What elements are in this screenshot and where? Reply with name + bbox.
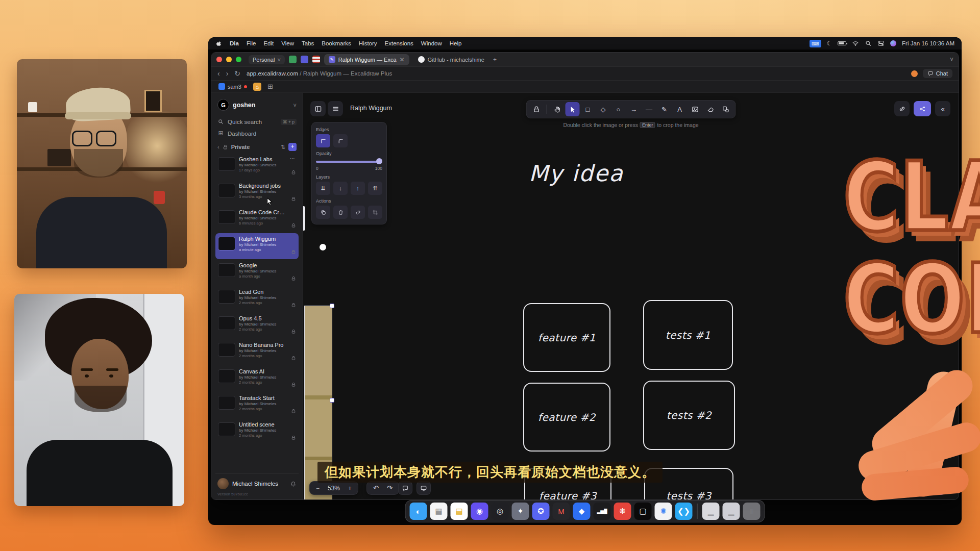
link-button[interactable] [351, 206, 365, 219]
scene-list-item[interactable]: Background jobs by Michael Shimeles 3 mo… [215, 180, 299, 206]
new-tab-button[interactable]: + [493, 56, 497, 63]
user-profile[interactable]: Michael Shimeles [215, 477, 299, 490]
scene-list-item[interactable]: Opus 4.5 by Michael Shimeles 2 months ag… [215, 313, 299, 339]
tab-github[interactable]: GitHub - michaelshime [413, 54, 489, 65]
quick-search-button[interactable]: Quick search ⌘ + p [215, 116, 299, 128]
scene-list-item[interactable]: Tanstack Start by Michael Shimeles 2 mon… [215, 392, 299, 418]
eraser-tool-icon[interactable] [703, 102, 718, 116]
dock-launchpad-icon[interactable]: ▦ [430, 503, 448, 520]
bell-icon[interactable] [290, 481, 297, 487]
pinned-tab-green[interactable] [289, 56, 297, 63]
chevron-collapse-icon[interactable]: ‹ [217, 144, 219, 150]
input-source-icon[interactable]: ⌨ [810, 40, 821, 47]
bring-to-front-button[interactable]: ⇈ [368, 182, 382, 195]
share-button[interactable] [914, 101, 931, 116]
edge-round-button[interactable] [333, 134, 348, 147]
dock-window-thumb-1-icon[interactable]: ▁ [702, 503, 720, 520]
hand-tool-icon[interactable] [550, 102, 565, 116]
scene-list-item[interactable]: Claude Code Crash Course by Michael Shim… [215, 207, 299, 233]
diamond-tool-icon[interactable]: ◇ [596, 102, 610, 116]
menu-app-name[interactable]: Dia [230, 40, 239, 46]
dock-app-slate-icon[interactable]: ✦ [512, 503, 529, 520]
chat-button[interactable]: Chat [923, 69, 952, 78]
dock-trash-icon[interactable]: ||| [743, 503, 761, 520]
control-center-icon[interactable] [877, 40, 885, 47]
dock-notes-icon[interactable]: ▤ [451, 503, 468, 520]
drawing-title-text[interactable]: My idea [507, 160, 645, 186]
dock-finder-icon[interactable]: ◐ [410, 503, 427, 520]
back-button[interactable]: ‹ [217, 70, 220, 77]
collapse-sidebar-button[interactable]: « [935, 101, 950, 116]
bookmark-sam3[interactable]: sam3 [218, 83, 247, 90]
menu-view[interactable]: View [281, 40, 294, 46]
scene-list-item[interactable]: Untitled scene by Michael Shimeles 2 mon… [215, 419, 299, 445]
edge-sharp-button[interactable] [316, 134, 330, 147]
menu-tabs[interactable]: Tabs [302, 40, 314, 46]
scene-list-item[interactable]: Nano Banana Pro by Michael Shimeles 2 mo… [215, 339, 299, 365]
zoom-level[interactable]: 53% [324, 485, 344, 492]
main-menu-button[interactable] [328, 101, 343, 116]
grid-bookmark-icon[interactable]: ⊞ [267, 83, 273, 90]
line-tool-icon[interactable]: — [642, 102, 656, 116]
draw-tool-icon[interactable]: ✎ [657, 102, 672, 116]
dock-app-blue-icon[interactable]: ◆ [573, 503, 591, 520]
diagram-box-feature-2[interactable]: feature #2 [523, 383, 610, 452]
profile-switcher[interactable]: Personal ˅ [249, 55, 285, 64]
library-toggle-button[interactable] [310, 101, 326, 116]
present-button[interactable] [416, 481, 431, 495]
duplicate-button[interactable] [316, 206, 330, 219]
dock-vscode-icon[interactable]: ❮❯ [675, 503, 693, 520]
menu-window[interactable]: Window [421, 40, 442, 46]
scene-list-item[interactable]: Ralph Wiggum by Michael Shimeles a minut… [215, 233, 299, 259]
scene-list-item[interactable]: Canvas AI by Michael Shimeles 2 months a… [215, 366, 299, 392]
scene-list-item[interactable]: Goshen Labs by Michael Shimeles 17 days … [215, 154, 299, 180]
new-scene-button[interactable]: + [288, 143, 297, 151]
menubar-clock[interactable]: Fri Jan 16 10:36 AM [902, 40, 954, 46]
scene-menu-icon[interactable]: ⋯ [290, 156, 295, 161]
text-tool-icon[interactable]: A [673, 102, 687, 116]
canvas-scrollbar[interactable] [303, 206, 305, 231]
rectangle-tool-icon[interactable]: □ [581, 102, 595, 116]
dock-camera-app-icon[interactable]: ◎ [492, 503, 509, 520]
diagram-box-feature-1[interactable]: feature #1 [523, 303, 610, 372]
send-to-back-button[interactable]: ⇊ [316, 182, 330, 195]
sort-icon[interactable]: ⇅ [281, 144, 285, 151]
zoom-window-button[interactable] [236, 57, 241, 62]
image-tool-icon[interactable] [688, 102, 702, 116]
diagram-box-tests-2[interactable]: tests #2 [643, 381, 735, 450]
selection-tool-icon[interactable] [566, 102, 580, 116]
pinned-tab-indigo[interactable] [301, 56, 308, 63]
diagram-box-tests-1[interactable]: tests #1 [643, 300, 733, 370]
moon-icon[interactable]: ☾ [827, 40, 832, 47]
lock-tool-icon[interactable] [529, 102, 544, 116]
dock-flower-red-icon[interactable]: ❋ [614, 503, 631, 520]
siri-icon[interactable] [890, 40, 896, 46]
apple-logo-icon[interactable] [215, 40, 222, 47]
pinned-tab-flag[interactable] [312, 56, 320, 63]
scene-title[interactable]: Ralph Wiggum [350, 105, 392, 112]
redo-button[interactable]: ↷ [383, 484, 397, 492]
dock-discord-icon[interactable]: ✪ [532, 503, 550, 520]
tab-overflow-chevron-icon[interactable]: ˅ [950, 56, 953, 63]
menu-extensions[interactable]: Extensions [385, 40, 413, 46]
minimize-window-button[interactable] [226, 57, 232, 62]
crop-button[interactable] [368, 206, 382, 219]
wifi-icon[interactable] [852, 40, 859, 47]
forward-button[interactable]: › [226, 70, 229, 77]
close-tab-icon[interactable]: ✕ [400, 56, 405, 63]
dock-black-box-icon[interactable]: ▢ [634, 503, 652, 520]
copy-link-button[interactable] [894, 101, 910, 116]
send-backward-button[interactable]: ↓ [333, 182, 348, 195]
dock-window-thumb-2-icon[interactable]: ▁ [723, 503, 740, 520]
tab-excalidraw[interactable]: ✎ Ralph Wiggum — Exca ✕ [324, 54, 409, 65]
delete-button[interactable] [333, 206, 348, 219]
scene-list-item[interactable]: Google by Michael Shimeles a month ago ⋯ [215, 260, 299, 286]
dock-mail-m-icon[interactable]: M [553, 503, 570, 520]
search-icon[interactable] [865, 40, 872, 47]
sidebar-item-dashboard[interactable]: ⊞ Dashboard [215, 128, 299, 139]
menu-file[interactable]: File [247, 40, 256, 46]
arrow-tool-icon[interactable]: → [627, 102, 641, 116]
private-section-header[interactable]: ‹ Private ⇅ + [215, 139, 299, 154]
crop-handle[interactable] [330, 304, 334, 308]
zoom-in-button[interactable]: + [344, 485, 356, 492]
